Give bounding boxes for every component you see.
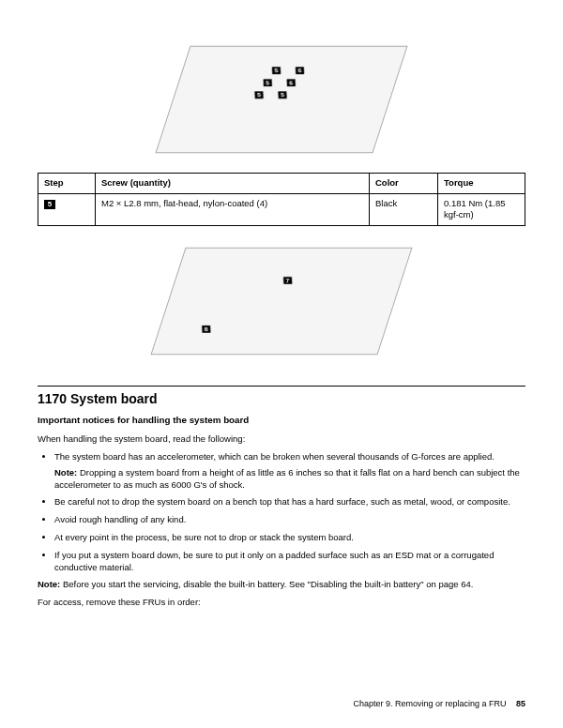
system-board-bottom-illustration: 7 8 [38, 239, 525, 367]
page-footer: Chapter 9. Removing or replacing a FRU 8… [353, 698, 525, 709]
note-text: Dropping a system board from a height of… [54, 467, 520, 490]
note-label: Note: [54, 467, 77, 478]
callout-label: 6 [287, 79, 296, 86]
screw-spec-table: Step Screw (quantity) Color Torque 5 M2 … [38, 173, 525, 226]
list-item: At every point in the process, be sure n… [54, 532, 525, 544]
section-rule [38, 386, 525, 387]
list-item: The system board has an accelerometer, w… [54, 451, 525, 491]
bullet-text: The system board has an accelerometer, w… [54, 451, 495, 462]
callout-label: 7 [283, 277, 292, 284]
servicing-note: Note: Before you start the servicing, di… [38, 579, 525, 591]
system-board-top-illustration: 5 6 6 5 5 5 [38, 38, 525, 165]
access-line: For access, remove these FRUs in order: [38, 597, 525, 609]
callout-label: 5 [278, 91, 286, 99]
section-title: 1170 System board [38, 390, 525, 408]
col-screw: Screw (quantity) [96, 173, 370, 193]
notice-list: The system board has an accelerometer, w… [38, 451, 525, 574]
cell-screw: M2 × L2.8 mm, flat-head, nylon-coated (4… [96, 193, 370, 226]
bullet-note: Note: Dropping a system board from a hei… [54, 467, 525, 492]
table-row: 5 M2 × L2.8 mm, flat-head, nylon-coated … [38, 193, 525, 226]
callout-label: 6 [296, 67, 304, 74]
footer-page-number: 85 [516, 699, 525, 708]
step-icon: 5 [44, 200, 55, 209]
note-label: Note: [38, 579, 60, 589]
servicing-note-text: Before you start the servicing, disable … [63, 579, 473, 589]
cell-color: Black [370, 193, 438, 226]
cell-torque: 0.181 Nm (1.85 kgf-cm) [438, 193, 525, 226]
callout-label: 5 [254, 91, 263, 99]
callout-label: 8 [202, 326, 210, 333]
section-subhead: Important notices for handling the syste… [38, 414, 525, 426]
col-color: Color [370, 173, 438, 193]
callout-label: 5 [272, 67, 281, 74]
list-item: Avoid rough handling of any kind. [54, 514, 525, 526]
col-step: Step [38, 173, 96, 193]
col-torque: Torque [438, 173, 525, 193]
intro-text: When handling the system board, read the… [38, 433, 525, 446]
list-item: Be careful not to drop the system board … [54, 496, 525, 508]
list-item: If you put a system board down, be sure … [54, 550, 525, 574]
footer-chapter: Chapter 9. Removing or replacing a FRU [353, 699, 506, 708]
callout-label: 5 [264, 79, 272, 86]
